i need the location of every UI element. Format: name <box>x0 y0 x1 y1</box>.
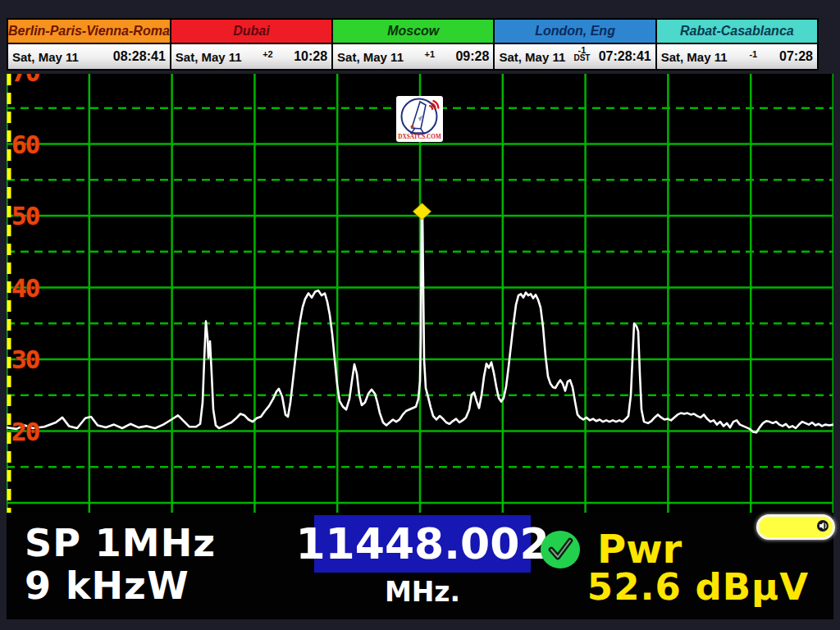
clock-panel-berlin[interactable]: Berlin-Paris-Vienna-Roma Sat, May 11 08:… <box>7 18 171 71</box>
clock-time-row: Sat, May 11 08:28:41 <box>8 44 170 69</box>
clock-date: Sat, May 11 <box>176 50 242 64</box>
clock-time: 07:28 <box>779 49 813 64</box>
clock-panel-dubai[interactable]: Dubai Sat, May 11 +2 10:28 <box>170 18 333 71</box>
power-value: 52.6 dBµV <box>587 565 809 609</box>
frequency-unit-label: MHz. <box>314 576 531 608</box>
clock-time-row: Sat, May 11 -1 07:28 <box>657 44 817 69</box>
clock-date: Sat, May 11 <box>337 50 404 64</box>
y-axis-label: 30 <box>11 345 39 374</box>
spectrum-display: 706050403020 DXSATCS.COM <box>7 74 833 513</box>
clock-utc-offset: -1 <box>749 51 757 58</box>
readout-bar: SP 1MHz 9 kHzW 11448.002 MHz. Pwr 52.6 d… <box>7 513 833 619</box>
speaker-icon <box>816 519 829 532</box>
y-axis-label: 20 <box>11 417 39 446</box>
peak-marker-diamond <box>413 203 431 220</box>
clock-date: Sat, May 11 <box>499 50 565 64</box>
clock-time: 09:28 <box>455 49 489 64</box>
logo-text: DXSATCS.COM <box>398 134 441 140</box>
span-label: SP 1MHz <box>25 521 216 565</box>
clock-panel-rabat[interactable]: Rabat-Casablanca Sat, May 11 -1 07:28 <box>655 18 819 71</box>
clock-city-label: Dubai <box>171 20 331 44</box>
clock-time: 10:28 <box>294 49 327 64</box>
clock-date: Sat, May 11 <box>12 50 79 64</box>
clock-panel-london[interactable]: London, Eng Sat, May 11 -1 DST 07:28:41 <box>493 18 656 71</box>
world-clock-bar: Berlin-Paris-Vienna-Roma Sat, May 11 08:… <box>7 18 817 71</box>
frequency-display[interactable]: 11448.002 <box>314 515 531 573</box>
lock-check-icon <box>540 530 581 569</box>
clock-panel-moscow[interactable]: Moscow Sat, May 11 +1 09:28 <box>331 18 495 71</box>
clock-utc-offset: +1 <box>424 51 435 58</box>
clock-time: 07:28:41 <box>599 49 651 64</box>
clock-utc-offset: +2 <box>262 51 273 58</box>
clock-city-label: Berlin-Paris-Vienna-Roma <box>8 20 170 44</box>
y-axis-label: 70 <box>11 74 39 87</box>
clock-city-label: Moscow <box>333 20 493 44</box>
clock-time-row: Sat, May 11 +2 10:28 <box>171 44 331 69</box>
clock-utc-offset: -1 DST <box>573 47 590 62</box>
dxsatcs-logo: DXSATCS.COM <box>396 96 443 142</box>
clock-city-label: London, Eng <box>495 20 655 44</box>
clock-time-row: Sat, May 11 -1 DST 07:28:41 <box>495 44 655 69</box>
clock-date: Sat, May 11 <box>661 50 728 64</box>
y-axis-label: 40 <box>11 273 39 303</box>
clock-time: 08:28:41 <box>113 49 166 64</box>
y-axis-label: 50 <box>11 201 39 231</box>
audio-toggle[interactable] <box>756 514 835 540</box>
satellite-meter-screen: Berlin-Paris-Vienna-Roma Sat, May 11 08:… <box>0 0 840 630</box>
clock-city-label: Rabat-Casablanca <box>657 20 817 44</box>
y-axis-label: 60 <box>11 130 39 159</box>
clock-time-row: Sat, May 11 +1 09:28 <box>333 44 493 69</box>
bandwidth-label: 9 kHzW <box>25 564 189 608</box>
